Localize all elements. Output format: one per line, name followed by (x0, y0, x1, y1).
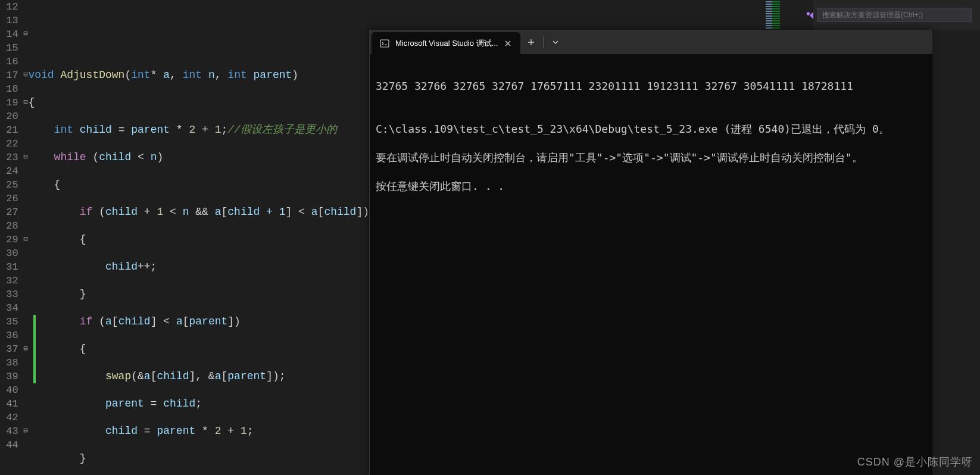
fold (23, 260, 29, 274)
fold-toggle[interactable]: ⊟ (23, 68, 29, 82)
kw: int (183, 69, 202, 81)
ln: 40 (0, 383, 18, 397)
var: parent (157, 425, 195, 437)
op: = (144, 398, 163, 410)
fold (23, 274, 29, 288)
fold-toggle[interactable]: ⊟ (23, 151, 29, 164)
var: parent (105, 398, 144, 410)
ln: 37 (0, 342, 18, 356)
add-tab-button[interactable] (520, 30, 542, 54)
fold-toggle[interactable]: ⊟ (23, 424, 29, 438)
code-line[interactable]: { (28, 342, 369, 356)
solution-explorer-panel (813, 0, 980, 30)
ln: 16 (0, 55, 18, 68)
brace: } (80, 452, 86, 464)
fold (23, 219, 29, 233)
editor-pane: 12 13 14 15 16 17 18 19 20 21 22 23 24 2… (0, 0, 369, 475)
code-line[interactable]: } (28, 452, 369, 465)
fold (23, 329, 29, 342)
code-line[interactable]: { (28, 178, 369, 192)
fold (23, 123, 29, 137)
fold-toggle[interactable]: ⊟ (23, 96, 29, 110)
var: parent (189, 315, 228, 327)
ln: 38 (0, 356, 18, 370)
brace: { (28, 96, 35, 108)
terminal-window: Microsoft Visual Studio 调试... 32765 3276… (369, 30, 932, 475)
brace: { (80, 233, 86, 245)
output-line: 32765 32766 32765 32767 17657111 2320111… (376, 79, 926, 93)
code-line[interactable]: if (a[child] < a[parent]) (28, 315, 369, 329)
op: && (189, 206, 214, 218)
code-line[interactable]: while (child < n) (28, 151, 369, 164)
close-icon[interactable] (504, 39, 512, 48)
semi: ; (221, 124, 227, 136)
fold (23, 370, 29, 383)
kw: void (28, 69, 54, 81)
code-line[interactable]: void AdjustDown(int* a, int n, int paren… (28, 68, 369, 82)
ln: 21 (0, 123, 18, 137)
op: < (131, 151, 150, 163)
ln: 44 (0, 438, 18, 452)
op: < (157, 315, 176, 327)
code-line[interactable]: int child = parent * 2 + 1;//假设左孩子是更小的 (28, 123, 369, 137)
ln: 30 (0, 246, 18, 260)
terminal-output[interactable]: 32765 32766 32765 32767 17657111 2320111… (370, 54, 932, 233)
op: = (138, 425, 157, 437)
code-line[interactable]: swap(&a[child], &a[parent]); (28, 370, 369, 383)
fold (23, 110, 29, 123)
code-line[interactable]: parent = child; (28, 397, 369, 411)
kw: while (54, 151, 86, 163)
ln: 36 (0, 329, 18, 342)
terminal-titlebar[interactable]: Microsoft Visual Studio 调试... (370, 30, 932, 54)
var: child (99, 151, 131, 163)
fold (23, 288, 29, 301)
fold (23, 383, 29, 397)
code-area[interactable]: void AdjustDown(int* a, int n, int paren… (28, 0, 369, 475)
num: 2 (215, 425, 221, 437)
fold-toggle[interactable]: ⊟ (23, 342, 29, 356)
ln: 19 (0, 96, 18, 110)
ln: 18 (0, 82, 18, 96)
ln: 25 (0, 178, 18, 192)
code-line[interactable] (28, 41, 369, 55)
var: n (151, 151, 157, 163)
op: * (195, 425, 214, 437)
code-line[interactable]: child++; (28, 260, 369, 274)
var: a (176, 315, 183, 327)
watermark-text: CSDN @是小陈同学呀 (857, 455, 973, 469)
output-line: 要在调试停止时自动关闭控制台，请启用"工具"->"选项"->"调试"->"调试停… (376, 151, 926, 165)
ln: 26 (0, 192, 18, 205)
brace: } (80, 288, 86, 300)
var: parent (227, 370, 266, 382)
solution-search-input[interactable] (817, 8, 972, 22)
ln: 24 (0, 164, 18, 178)
plus-icon (527, 38, 535, 46)
code-line[interactable]: if (child + 1 < n && a[child + 1] < a[ch… (28, 205, 369, 219)
ln: 39 (0, 370, 18, 383)
var: a (215, 370, 221, 382)
op: + (195, 124, 214, 136)
fold (23, 356, 29, 370)
fn-name: swap (105, 370, 131, 382)
fold (23, 438, 29, 452)
brace: { (54, 179, 61, 190)
code-line[interactable] (28, 14, 369, 27)
kw: int (131, 69, 150, 81)
code-line[interactable]: } (28, 288, 369, 301)
code-line[interactable]: child = parent * 2 + 1; (28, 424, 369, 438)
fold-toggle[interactable]: ⊟ (23, 27, 29, 41)
fn-name: AdjustDown (60, 69, 124, 81)
kw: if (80, 315, 93, 327)
fold (23, 0, 29, 14)
ln: 27 (0, 205, 18, 219)
ln: 20 (0, 110, 18, 123)
terminal-tab[interactable]: Microsoft Visual Studio 调试... (372, 32, 520, 54)
tab-dropdown-button[interactable] (545, 30, 566, 54)
var: a (144, 370, 151, 382)
fold-toggle[interactable]: ⊟ (23, 233, 29, 246)
code-line[interactable]: { (28, 233, 369, 246)
kw: int (54, 124, 73, 136)
op: * (170, 124, 189, 136)
code-line[interactable]: { (28, 96, 369, 110)
ln: 31 (0, 260, 18, 274)
